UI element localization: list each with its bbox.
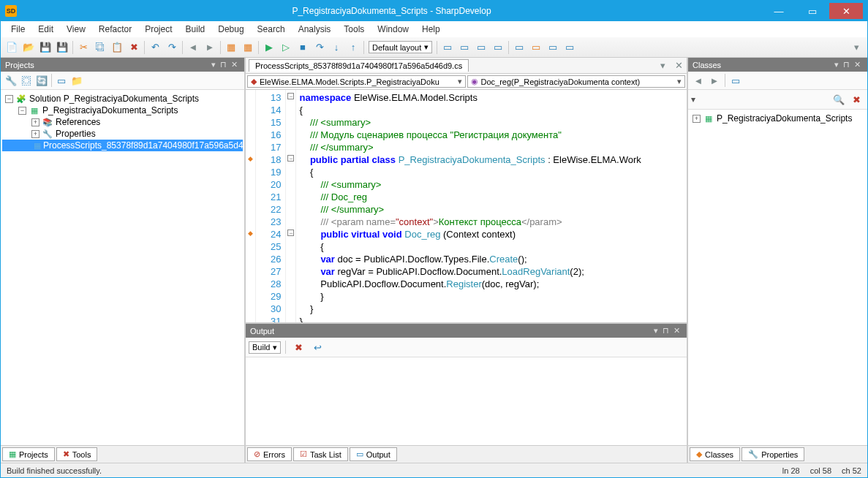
properties-node[interactable]: +🔧Properties: [2, 128, 243, 140]
member-dropdown[interactable]: ◉Doc_reg(P_RegistraciyaDokumenta context…: [467, 75, 686, 88]
save-icon[interactable]: 💾: [37, 39, 53, 56]
new-file-icon[interactable]: 📄: [4, 39, 20, 56]
save-all-icon[interactable]: 💾: [54, 39, 70, 56]
tool-icon-3[interactable]: ▭: [473, 39, 489, 56]
tab-properties[interactable]: 🔧Properties: [741, 447, 804, 461]
output-close-icon[interactable]: ✕: [671, 326, 682, 335]
window-title: P_RegistraciyaDokumenta_Scripts - SharpD…: [21, 6, 762, 16]
code-editor[interactable]: ◆◆ 1314151617181920212223242526272829303…: [246, 90, 687, 322]
tool-icon-8[interactable]: ▭: [562, 39, 578, 56]
minimize-button[interactable]: —: [762, 3, 796, 19]
layout-dropdown[interactable]: Default layout▾: [369, 41, 432, 53]
paste-icon[interactable]: 📋: [109, 39, 125, 56]
tool-icon-2[interactable]: ▭: [456, 39, 472, 56]
menu-window[interactable]: Window: [371, 23, 415, 36]
clear-output-icon[interactable]: ✖: [290, 339, 306, 355]
close-button[interactable]: ✕: [829, 3, 863, 19]
class-fwd-icon[interactable]: ►: [707, 73, 722, 88]
collapse-icon[interactable]: ▭: [54, 73, 69, 88]
tab-classes[interactable]: ◆Classes: [690, 447, 740, 461]
run-icon[interactable]: ▶: [261, 39, 277, 56]
refresh-icon[interactable]: 🔄: [34, 73, 49, 88]
nav-fwd-icon[interactable]: ►: [202, 39, 218, 56]
sync-icon[interactable]: 📁: [69, 73, 84, 88]
project-node[interactable]: −▦P_RegistraciyaDokumenta_Scripts: [2, 105, 243, 116]
tab-projects[interactable]: ▦Projects: [2, 447, 55, 461]
panel-close-icon[interactable]: ✕: [229, 60, 240, 69]
menu-tools[interactable]: Tools: [338, 23, 370, 36]
step-into-icon[interactable]: ↓: [328, 39, 344, 56]
file-node-selected[interactable]: ▦ProcessScripts_85378f89d1a7404980f17a59…: [2, 140, 243, 151]
class-back-icon[interactable]: ◄: [691, 73, 706, 88]
tool-icon-6[interactable]: ▭: [528, 39, 544, 56]
tab-tasklist[interactable]: ☑Task List: [293, 447, 348, 461]
tab-menu-icon[interactable]: ▾: [654, 58, 671, 74]
classes-pin-icon[interactable]: ⊓: [841, 60, 852, 69]
menu-debug[interactable]: Debug: [212, 23, 249, 36]
editor-tab[interactable]: ProcessScripts_85378f89d1a7404980f17a596…: [249, 59, 469, 72]
redo-icon[interactable]: ↷: [164, 39, 180, 56]
menu-build[interactable]: Build: [180, 23, 211, 36]
main-toolbar: 📄 📂 💾 💾 ✂ ⿻ 📋 ✖ ↶ ↷ ◄ ► ▦ ▦ ▶ ▷ ■ ↷ ↓ ↑: [1, 37, 867, 58]
copy-icon[interactable]: ⿻: [92, 39, 108, 56]
namespace-dropdown[interactable]: ◆EleWise.ELMA.Model.Scripts.P_Registraci…: [247, 75, 466, 88]
classes-tree[interactable]: +▦P_RegistraciyaDokumenta_Scripts: [688, 110, 867, 445]
classes-panel: Classes ▾ ⊓ ✕ ◄ ► ▭ ▾ 🔍 ✖ +▦P_Regi: [688, 58, 867, 463]
delete-icon[interactable]: ✖: [126, 39, 142, 56]
output-menu-icon[interactable]: ▾: [652, 326, 660, 335]
comment-icon[interactable]: ▦: [223, 39, 239, 56]
class-clear-icon[interactable]: ✖: [848, 91, 864, 107]
undo-icon[interactable]: ↶: [147, 39, 163, 56]
menu-project[interactable]: Project: [139, 23, 178, 36]
projects-tree[interactable]: −🧩Solution P_RegistraciyaDokumenta_Scrip…: [1, 90, 244, 445]
menu-refactor[interactable]: Refactor: [93, 23, 137, 36]
maximize-button[interactable]: ▭: [796, 3, 829, 19]
tab-close-icon[interactable]: ✕: [671, 58, 687, 74]
references-node[interactable]: +📚References: [2, 116, 243, 128]
uncomment-icon[interactable]: ▦: [240, 39, 256, 56]
output-header: Output ▾ ⊓ ✕: [246, 324, 687, 338]
menu-help[interactable]: Help: [416, 23, 446, 36]
tool-icon-5[interactable]: ▭: [511, 39, 527, 56]
nav-back-icon[interactable]: ◄: [185, 39, 201, 56]
output-pin-icon[interactable]: ⊓: [660, 326, 671, 335]
classes-menu-icon[interactable]: ▾: [832, 60, 841, 69]
toolbar-overflow-icon[interactable]: ▾: [848, 39, 864, 56]
wrap-output-icon[interactable]: ↩: [309, 339, 325, 355]
output-source-dropdown[interactable]: Build▾: [249, 341, 281, 354]
tab-output[interactable]: ▭Output: [350, 447, 397, 461]
menu-file[interactable]: File: [5, 23, 31, 36]
cut-icon[interactable]: ✂: [75, 39, 91, 56]
show-all-icon[interactable]: ⿴: [19, 73, 34, 88]
step-out-icon[interactable]: ↑: [345, 39, 361, 56]
tab-tools[interactable]: ✖Tools: [56, 447, 98, 461]
projects-header: Projects ▾ ⊓ ✕: [1, 58, 244, 72]
step-over-icon[interactable]: ↷: [312, 39, 328, 56]
class-search-icon[interactable]: 🔍: [831, 91, 847, 107]
stop-icon[interactable]: ■: [295, 39, 311, 56]
menu-edit[interactable]: Edit: [32, 23, 59, 36]
pin-icon[interactable]: ⊓: [218, 60, 229, 69]
tab-errors[interactable]: ⊘Errors: [247, 447, 292, 461]
panel-menu-icon[interactable]: ▾: [209, 60, 218, 69]
output-body[interactable]: [246, 357, 687, 445]
status-message: Build finished successfully.: [7, 466, 102, 475]
menu-analysis[interactable]: Analysis: [293, 23, 337, 36]
classes-close-icon[interactable]: ✕: [852, 60, 863, 69]
class-tool-icon[interactable]: ▭: [728, 73, 743, 88]
tool-icon-7[interactable]: ▭: [545, 39, 561, 56]
editor-area: ProcessScripts_85378f89d1a7404980f17a596…: [246, 58, 688, 463]
tool-icon-4[interactable]: ▭: [490, 39, 506, 56]
class-search-more-icon[interactable]: ▾: [691, 94, 695, 105]
open-icon[interactable]: 📂: [20, 39, 37, 56]
class-root-node[interactable]: +▦P_RegistraciyaDokumenta_Scripts: [690, 113, 866, 124]
menubar: FileEditViewRefactorProjectBuildDebugSea…: [1, 21, 867, 37]
run-nodebug-icon[interactable]: ▷: [278, 39, 294, 56]
titlebar: SD P_RegistraciyaDokumenta_Scripts - Sha…: [1, 1, 867, 21]
menu-view[interactable]: View: [61, 23, 91, 36]
status-col: col 58: [810, 466, 831, 475]
tool-icon-1[interactable]: ▭: [439, 39, 456, 56]
menu-search[interactable]: Search: [252, 23, 291, 36]
solution-node[interactable]: −🧩Solution P_RegistraciyaDokumenta_Scrip…: [2, 93, 243, 105]
properties-icon[interactable]: 🔧: [4, 73, 18, 88]
